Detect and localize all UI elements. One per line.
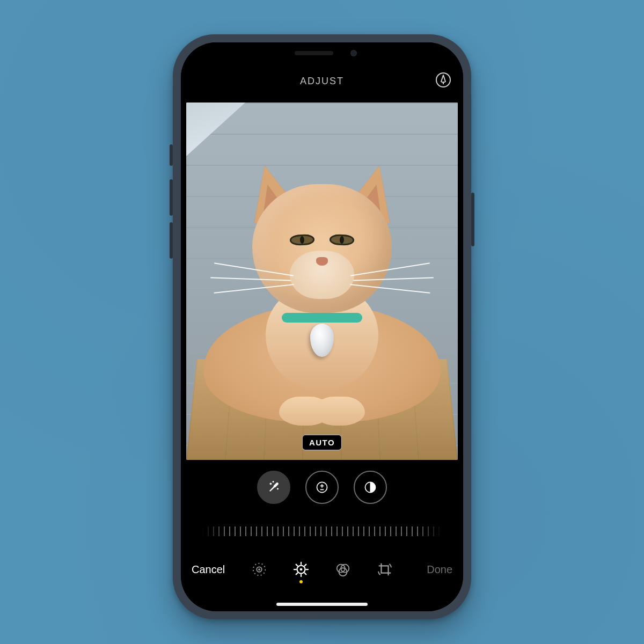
svg-point-24	[300, 568, 303, 571]
adjustment-intensity-slider[interactable]	[181, 520, 463, 541]
photo-illustration	[186, 103, 458, 460]
adjust-tool-exposure[interactable]	[305, 471, 339, 504]
adjustment-name-badge: AUTO	[302, 435, 342, 450]
adjustment-tools-row[interactable]	[181, 471, 463, 508]
svg-point-5	[277, 488, 278, 489]
exposure-icon	[315, 480, 329, 494]
markup-pen-icon	[435, 72, 451, 88]
live-photo-icon	[251, 561, 267, 577]
adjust-tool-brilliance[interactable]	[354, 471, 387, 504]
filters-icon	[335, 561, 351, 577]
bottom-toolbar: Cancel	[181, 549, 463, 590]
screen-bezel: ADJUST	[181, 42, 463, 611]
edit-mode-tabs	[238, 561, 406, 578]
silent-switch	[170, 144, 173, 166]
slider-ticks	[202, 526, 442, 536]
photos-edit-screen: ADJUST	[181, 42, 463, 611]
adjust-dial-icon	[293, 561, 309, 577]
photo-canvas[interactable]: AUTO	[186, 103, 458, 460]
svg-point-6	[273, 481, 274, 482]
active-dot	[299, 580, 303, 583]
svg-point-14	[258, 568, 260, 570]
tab-crop[interactable]	[376, 561, 393, 578]
display-notch	[244, 42, 400, 64]
tab-adjust[interactable]	[292, 561, 310, 578]
svg-line-22	[296, 573, 298, 575]
crop-rotate-icon	[377, 561, 393, 577]
tab-filters[interactable]	[334, 561, 352, 578]
tab-live-photo[interactable]	[251, 561, 268, 578]
markup-button[interactable]	[435, 72, 451, 88]
side-power-button	[471, 193, 474, 246]
svg-line-3	[275, 484, 277, 486]
svg-line-21	[305, 573, 306, 575]
magic-wand-icon	[266, 480, 281, 495]
volume-up-button	[170, 179, 173, 216]
done-button[interactable]: Done	[406, 564, 452, 576]
home-indicator[interactable]	[276, 603, 368, 606]
svg-line-23	[305, 565, 306, 566]
header-title: ADJUST	[181, 76, 463, 87]
volume-down-button	[170, 222, 173, 259]
phone-frame: ADJUST	[173, 34, 471, 619]
front-camera	[350, 50, 357, 56]
svg-point-4	[270, 483, 272, 485]
svg-line-20	[296, 565, 298, 566]
brilliance-icon	[363, 480, 377, 494]
cancel-button[interactable]: Cancel	[192, 564, 238, 576]
speaker-grill	[295, 51, 333, 55]
adjust-tool-auto[interactable]	[257, 471, 290, 504]
